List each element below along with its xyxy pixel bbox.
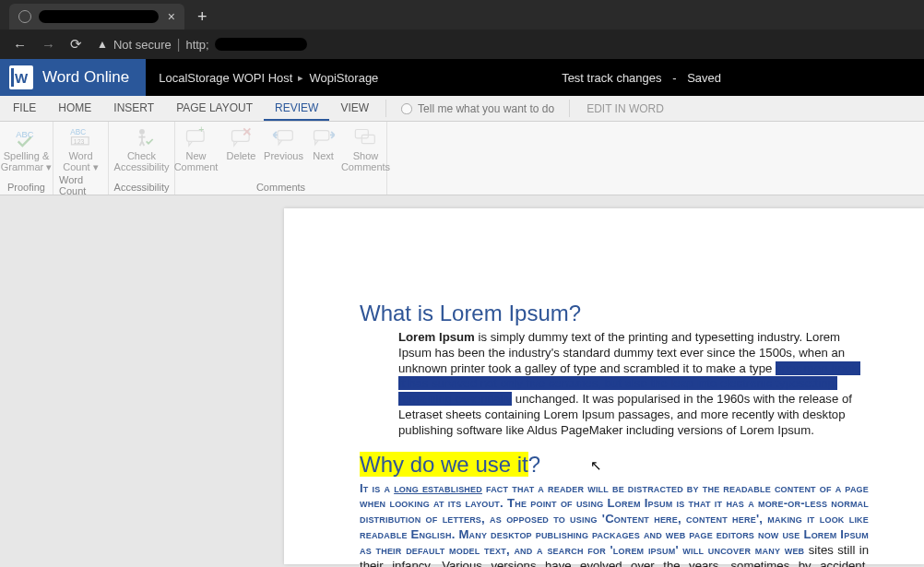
heading-2-q: ? bbox=[528, 452, 540, 477]
app-name: Word Online bbox=[42, 68, 129, 87]
heading-2: Why do we use it? bbox=[360, 452, 869, 478]
show-comments-label: Show Comments bbox=[341, 150, 390, 172]
save-status: Test track changes - Saved bbox=[562, 71, 721, 85]
app-brand-bar: Word Online LocalStorage WOPI Host ▸ Wop… bbox=[0, 59, 924, 96]
group-accessibility: Accessibility bbox=[114, 180, 170, 193]
document-page[interactable]: What is Lorem Ipsum? Lorem Ipsum is simp… bbox=[284, 208, 924, 564]
not-secure-label: Not secure bbox=[113, 38, 172, 52]
ribbon: ABC Spelling & Grammar ▾ Proofing ABC123… bbox=[0, 122, 924, 195]
url-pipe: | bbox=[177, 37, 181, 52]
globe-icon bbox=[18, 10, 31, 23]
check-accessibility-label: Check Accessibility bbox=[114, 150, 170, 172]
document-workspace: What is Lorem Ipsum? Lorem Ipsum is simp… bbox=[0, 195, 924, 567]
breadcrumb-host[interactable]: LocalStorage WOPI Host bbox=[159, 71, 292, 85]
ribbon-tabs: FILE HOME INSERT PAGE LAYOUT REVIEW VIEW… bbox=[0, 96, 924, 122]
new-tab-button[interactable]: + bbox=[184, 4, 220, 30]
group-proofing: Proofing bbox=[7, 180, 45, 193]
reload-button[interactable]: ⟳ bbox=[70, 36, 82, 53]
tab-insert[interactable]: INSERT bbox=[102, 96, 165, 121]
group-word-count: Word Count bbox=[59, 172, 102, 196]
status-sep: - bbox=[672, 71, 676, 85]
p2-sc-a: It is a bbox=[360, 481, 394, 495]
p2-underline: long established bbox=[394, 481, 482, 495]
tell-me-search[interactable]: Tell me what you want to do bbox=[392, 96, 563, 121]
previous-comment-icon bbox=[271, 127, 297, 148]
new-comment-icon: + bbox=[184, 127, 209, 148]
heading-1-q: ? bbox=[569, 301, 581, 325]
tab-review[interactable]: REVIEW bbox=[264, 96, 329, 121]
browser-tab-strip: × + bbox=[0, 0, 924, 30]
svg-text:ABC: ABC bbox=[70, 129, 86, 137]
mouse-cursor-icon: ↖ bbox=[590, 457, 602, 474]
svg-rect-8 bbox=[278, 131, 292, 140]
tab-view[interactable]: VIEW bbox=[329, 96, 380, 121]
tell-me-placeholder: Tell me what you want to do bbox=[418, 102, 554, 115]
word-count-label: Word Count ▾ bbox=[63, 150, 98, 172]
edit-in-word-button[interactable]: EDIT IN WORD bbox=[575, 96, 675, 121]
group-comments: Comments bbox=[256, 180, 305, 193]
paragraph-1: Lorem Ipsum is simply dummy text of the … bbox=[398, 330, 869, 439]
p1-bold: Lorem Ipsum bbox=[398, 330, 475, 344]
accessibility-icon bbox=[129, 127, 155, 148]
breadcrumb-file[interactable]: WopiStorage bbox=[309, 71, 378, 85]
delete-comment-label: Delete bbox=[227, 150, 256, 161]
word-count-button[interactable]: ABC123 Word Count ▾ bbox=[55, 125, 107, 172]
not-secure-icon: ▲ bbox=[97, 38, 108, 51]
url-prefix: http; bbox=[185, 38, 208, 52]
tab-page-layout[interactable]: PAGE LAYOUT bbox=[165, 96, 264, 121]
word-count-icon: ABC123 bbox=[68, 127, 94, 148]
svg-point-4 bbox=[139, 129, 145, 135]
show-comments-button[interactable]: Show Comments bbox=[340, 125, 392, 172]
spelling-grammar-button[interactable]: ABC Spelling & Grammar ▾ bbox=[1, 125, 53, 172]
paragraph-2: It is a long established fact that a rea… bbox=[360, 481, 869, 567]
heading-1-text: What is Lorem Ipsum bbox=[360, 301, 569, 325]
svg-rect-9 bbox=[314, 131, 328, 140]
tab-title-redacted bbox=[39, 10, 159, 23]
word-brand[interactable]: Word Online bbox=[0, 59, 146, 96]
heading-1: What is Lorem Ipsum? bbox=[360, 301, 869, 326]
delete-comment-icon bbox=[229, 127, 255, 148]
spelling-grammar-label: Spelling & Grammar ▾ bbox=[1, 150, 53, 172]
delete-comment-button[interactable]: Delete bbox=[222, 125, 261, 172]
breadcrumb-sep-icon: ▸ bbox=[298, 72, 303, 84]
heading-2-highlight: Why do we use it bbox=[360, 452, 528, 477]
show-comments-icon bbox=[353, 127, 379, 148]
saved-label: Saved bbox=[687, 71, 721, 85]
close-tab-icon[interactable]: × bbox=[168, 9, 175, 24]
forward-button[interactable]: → bbox=[41, 37, 55, 53]
back-button[interactable]: ← bbox=[13, 37, 27, 53]
browser-address-bar: ← → ⟳ ▲ Not secure | http; bbox=[0, 30, 924, 59]
word-icon bbox=[9, 65, 33, 89]
next-comment-label: Next bbox=[313, 150, 334, 161]
tab-divider-2 bbox=[569, 100, 570, 117]
next-comment-button[interactable]: Next bbox=[307, 125, 340, 172]
previous-comment-label: Previous bbox=[264, 150, 303, 161]
tab-divider bbox=[385, 100, 386, 117]
tab-home[interactable]: HOME bbox=[47, 96, 102, 121]
svg-text:123: 123 bbox=[73, 138, 84, 145]
new-comment-label: New Comment bbox=[174, 150, 219, 172]
track-changes-label: Test track changes bbox=[562, 71, 661, 85]
lightbulb-icon bbox=[401, 103, 412, 114]
tab-file[interactable]: FILE bbox=[4, 96, 47, 121]
spellcheck-icon: ABC bbox=[14, 127, 40, 148]
previous-comment-button[interactable]: Previous bbox=[261, 125, 307, 172]
url-box[interactable]: ▲ Not secure | http; bbox=[97, 37, 307, 52]
new-comment-button[interactable]: + New Comment bbox=[171, 125, 222, 172]
check-accessibility-button[interactable]: Check Accessibility bbox=[110, 125, 174, 172]
browser-tab[interactable]: × bbox=[9, 4, 184, 30]
url-redacted bbox=[215, 38, 307, 51]
next-comment-icon bbox=[311, 127, 337, 148]
svg-text:+: + bbox=[198, 126, 204, 135]
